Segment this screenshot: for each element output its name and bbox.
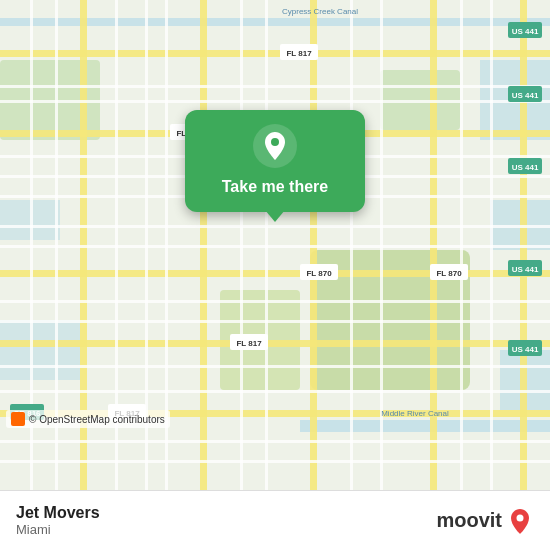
svg-rect-45 xyxy=(490,0,493,490)
location-title: Jet Movers xyxy=(16,504,100,522)
svg-rect-31 xyxy=(0,365,550,368)
moovit-text: moovit xyxy=(436,509,502,532)
svg-rect-32 xyxy=(0,390,550,393)
osm-icon xyxy=(11,412,25,426)
svg-rect-41 xyxy=(265,0,268,490)
svg-text:US 441: US 441 xyxy=(512,163,539,172)
svg-rect-42 xyxy=(350,0,353,490)
take-me-there-button[interactable]: Take me there xyxy=(185,110,365,212)
svg-text:FL 870: FL 870 xyxy=(436,269,462,278)
svg-rect-27 xyxy=(0,225,550,228)
location-info: Jet Movers Miami xyxy=(16,504,100,537)
attribution-text: © OpenStreetMap contributors xyxy=(29,414,165,425)
moovit-pin-icon xyxy=(506,507,534,535)
svg-text:FL 817: FL 817 xyxy=(236,339,262,348)
svg-text:US 441: US 441 xyxy=(512,345,539,354)
bottom-bar: Jet Movers Miami moovit xyxy=(0,490,550,550)
svg-rect-7 xyxy=(300,420,550,432)
svg-rect-5 xyxy=(0,320,80,380)
svg-rect-23 xyxy=(0,100,550,103)
svg-text:FL 817: FL 817 xyxy=(286,49,312,58)
svg-point-74 xyxy=(517,514,524,521)
svg-rect-22 xyxy=(0,85,550,88)
svg-rect-40 xyxy=(240,0,243,490)
svg-text:Middle River Canal: Middle River Canal xyxy=(381,409,449,418)
svg-text:US 441: US 441 xyxy=(512,91,539,100)
svg-text:Cypress Creek Canal: Cypress Creek Canal xyxy=(282,7,358,16)
map-container: FL 817 FL 817 FL 817 FL 817 FL 870 FL 87… xyxy=(0,0,550,490)
map-attribution: © OpenStreetMap contributors xyxy=(6,410,170,428)
svg-rect-34 xyxy=(0,460,550,463)
svg-rect-33 xyxy=(0,440,550,443)
svg-text:US 441: US 441 xyxy=(512,265,539,274)
location-pin-icon xyxy=(253,124,297,168)
location-subtitle: Miami xyxy=(16,522,100,537)
svg-point-73 xyxy=(271,138,279,146)
svg-rect-30 xyxy=(0,320,550,323)
svg-text:US 441: US 441 xyxy=(512,27,539,36)
popup-label: Take me there xyxy=(222,178,328,196)
moovit-logo: moovit xyxy=(436,507,534,535)
svg-rect-28 xyxy=(0,245,550,248)
svg-rect-29 xyxy=(0,300,550,303)
svg-text:FL 870: FL 870 xyxy=(306,269,332,278)
svg-rect-44 xyxy=(460,0,463,490)
